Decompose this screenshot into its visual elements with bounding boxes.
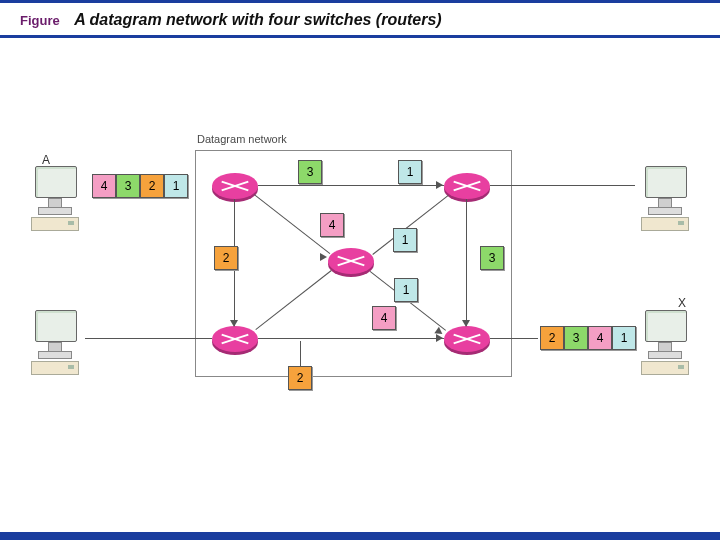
packet: 1 [393,228,417,252]
router-bottom-left [212,326,258,352]
router-top-right [444,173,490,199]
packet: 1 [394,278,418,302]
packet: 1 [612,326,636,350]
network-box-label: Datagram network [197,133,287,145]
packet: 4 [92,174,116,198]
packet: 4 [588,326,612,350]
packet: 2 [288,366,312,390]
host-label-x: X [678,296,686,310]
footer-bar [0,532,720,540]
figure-title: A datagram network with four switches (r… [74,11,441,28]
packet: 2 [140,174,164,198]
host-a [25,166,85,221]
host-label-a: A [42,153,50,167]
packet: 3 [298,160,322,184]
packet: 1 [164,174,188,198]
packet: 2 [540,326,564,350]
router-top-left [212,173,258,199]
packet: 4 [372,306,396,330]
packet: 4 [320,213,344,237]
host-top-right [635,166,695,221]
host-bottom-left [25,310,85,365]
router-bottom-right [444,326,490,352]
router-center [328,248,374,274]
packet: 1 [398,160,422,184]
packet: 2 [214,246,238,270]
host-x [635,310,695,365]
packet: 3 [564,326,588,350]
packet: 3 [116,174,140,198]
figure-label: Figure [20,13,60,28]
diagram-canvas: Datagram network A X 4 3 2 1 3 1 2 3 [0,38,720,468]
packet: 3 [480,246,504,270]
